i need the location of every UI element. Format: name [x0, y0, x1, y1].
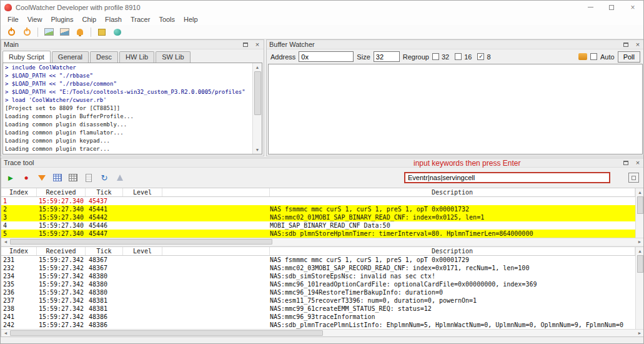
close-button[interactable]: × — [622, 1, 643, 14]
menu-chip[interactable]: Chip — [77, 16, 101, 23]
table2-hscrollbar[interactable]: ◄ ► — [1, 329, 644, 336]
table1-vscrollbar[interactable]: ▲ — [635, 188, 644, 238]
table-row[interactable]: 24215:59:27.34248386NAS:sdb_plmnTracePlm… — [1, 321, 635, 329]
table-row[interactable]: 23415:59:27.34248380NAS:sdb_simStoreEpsN… — [1, 272, 635, 280]
table-view-button[interactable] — [52, 172, 63, 183]
table-row[interactable]: 23615:59:27.34248380NAS:mmc96_194Restore… — [1, 288, 635, 296]
clear-button[interactable] — [114, 172, 126, 183]
table-row[interactable]: 23215:59:27.34248367NAS:mmc02_03MOBI_SAP… — [1, 264, 635, 272]
scrollbar-track[interactable] — [10, 330, 635, 336]
scroll-up-icon[interactable]: ▲ — [636, 188, 644, 196]
record-button[interactable]: ● — [21, 172, 32, 183]
refresh-button[interactable]: ↻ — [99, 172, 110, 183]
table-row[interactable]: 23115:59:27.34248367NAS fsmmmc mmc curS … — [1, 256, 635, 264]
buffer-panel-close-button[interactable]: × — [634, 41, 642, 48]
snapshot-icon[interactable] — [578, 53, 587, 60]
console-line: Loading common plugin disassembly... — [5, 121, 250, 129]
maximize-button[interactable] — [601, 1, 622, 14]
alert-button[interactable] — [73, 26, 87, 38]
chart-button[interactable] — [57, 26, 71, 38]
table-row[interactable]: 415:59:27.34045446MOBI_SAP_BINARY_READ_C… — [1, 221, 635, 230]
tab-desc[interactable]: Desc — [90, 51, 118, 63]
column-header-level[interactable]: Level — [123, 247, 162, 255]
scrollbar-thumb[interactable] — [637, 196, 643, 214]
regroup-checkbox-8[interactable]: ✓ — [477, 53, 484, 60]
buffer-content[interactable] — [268, 64, 643, 154]
console-scrollbar[interactable]: ▲ ▼ — [252, 63, 262, 154]
console-output[interactable]: > include CoolWatcher> $LOAD_PATH << "./… — [3, 63, 252, 154]
scrollbar-thumb[interactable] — [254, 71, 261, 115]
menu-view[interactable]: View — [23, 16, 47, 23]
tab-sw-lib[interactable]: SW Lib — [156, 51, 190, 63]
table-row[interactable]: 315:59:27.34045442NAS:mmc02_01MOBI_SAP_B… — [1, 213, 635, 221]
column-header-received[interactable]: Received — [37, 247, 86, 255]
column-header-spacer[interactable] — [162, 247, 270, 255]
table-row[interactable]: 115:59:27.34045437 — [1, 197, 635, 205]
regroup-option-label-32: 32 — [442, 53, 449, 61]
address-label: Address — [270, 53, 295, 61]
address-input[interactable] — [299, 51, 354, 62]
tab-general[interactable]: General — [52, 51, 89, 63]
main-panel-float-button[interactable] — [242, 41, 249, 48]
menu-flash[interactable]: Flash — [101, 16, 126, 23]
column-header-spacer[interactable] — [162, 188, 270, 196]
cell-index: 235 — [1, 280, 37, 288]
menu-plugins[interactable]: Plugins — [46, 16, 77, 23]
regroup-checkbox-32[interactable] — [432, 53, 439, 60]
scrollbar-track[interactable] — [10, 238, 635, 245]
column-header-level[interactable]: Level — [123, 188, 162, 196]
scrollbar-thumb[interactable] — [10, 239, 272, 245]
package-button[interactable] — [95, 26, 109, 38]
table-row[interactable]: 24115:59:27.34248386NAS:mmc96_93traceInf… — [1, 313, 635, 321]
column-header-tick[interactable]: Tick — [86, 247, 123, 255]
buffer-panel-float-button[interactable] — [622, 41, 630, 48]
debug-button[interactable] — [111, 26, 124, 38]
table-row[interactable]: 515:59:27.34045447NAS:sdb plmnStoreHplmn… — [1, 230, 635, 238]
size-input[interactable] — [374, 51, 400, 62]
scrollbar-thumb[interactable] — [10, 330, 323, 336]
start-trace-button[interactable]: ► — [5, 172, 16, 183]
column-header-desc[interactable]: Description — [270, 188, 635, 196]
grid-view-button[interactable] — [67, 172, 79, 183]
power-off-button[interactable] — [20, 26, 34, 38]
table-row[interactable]: 23715:59:27.34248381NAS:esm11_75recoverT… — [1, 296, 635, 305]
scroll-down-icon[interactable]: ▼ — [253, 146, 262, 154]
menu-help[interactable]: Help — [179, 16, 202, 23]
scroll-left-icon[interactable]: ◄ — [1, 331, 10, 335]
scroll-left-icon[interactable]: ◄ — [1, 240, 10, 244]
main-panel-close-button[interactable]: × — [254, 41, 261, 48]
bell-icon — [77, 29, 83, 35]
menu-tracer[interactable]: Tracer — [126, 16, 154, 23]
scroll-right-icon[interactable]: ► — [635, 240, 644, 244]
scroll-up-icon[interactable]: ▲ — [253, 63, 262, 71]
trace-panel-close-button[interactable]: × — [634, 159, 642, 166]
menu-tools[interactable]: Tools — [154, 16, 179, 23]
column-header-tick[interactable]: Tick — [86, 188, 123, 196]
popout-button[interactable] — [628, 173, 639, 183]
table1-hscrollbar[interactable]: ◄ ► — [1, 238, 644, 245]
column-header-desc[interactable]: Description — [270, 247, 635, 255]
table-row[interactable]: 215:59:27.34045441NAS fsmmmc mmc curS 1,… — [1, 205, 635, 213]
tab-hw-lib[interactable]: HW Lib — [119, 51, 154, 63]
column-header-index[interactable]: Index — [1, 247, 37, 255]
regroup-checkbox-16[interactable] — [455, 53, 462, 60]
filter-button[interactable] — [36, 172, 47, 183]
menu-file[interactable]: File — [3, 16, 23, 23]
scroll-up-icon[interactable]: ▲ — [636, 247, 644, 255]
trace-panel-float-button[interactable] — [622, 159, 630, 166]
scroll-right-icon[interactable]: ► — [635, 331, 644, 335]
poll-button[interactable]: Poll — [618, 51, 640, 63]
table2-vscrollbar[interactable]: ▲ — [635, 247, 644, 329]
table-row[interactable]: 23515:59:27.34248380NAS:mmc96_101readOpt… — [1, 280, 635, 288]
minimize-button[interactable] — [580, 1, 601, 14]
power-on-button[interactable] — [4, 26, 18, 38]
screenshot-button[interactable] — [42, 26, 56, 38]
auto-checkbox[interactable] — [590, 53, 597, 60]
tab-ruby-script[interactable]: Ruby Script — [2, 51, 51, 63]
trace-filter-input[interactable] — [404, 172, 610, 183]
column-header-index[interactable]: Index — [1, 188, 37, 196]
scrollbar-thumb[interactable] — [637, 255, 643, 273]
log-file-button[interactable] — [83, 172, 94, 183]
column-header-received[interactable]: Received — [37, 188, 86, 196]
table-row[interactable]: 23815:59:27.34248381NAS:mmc99_61createEM… — [1, 305, 635, 313]
